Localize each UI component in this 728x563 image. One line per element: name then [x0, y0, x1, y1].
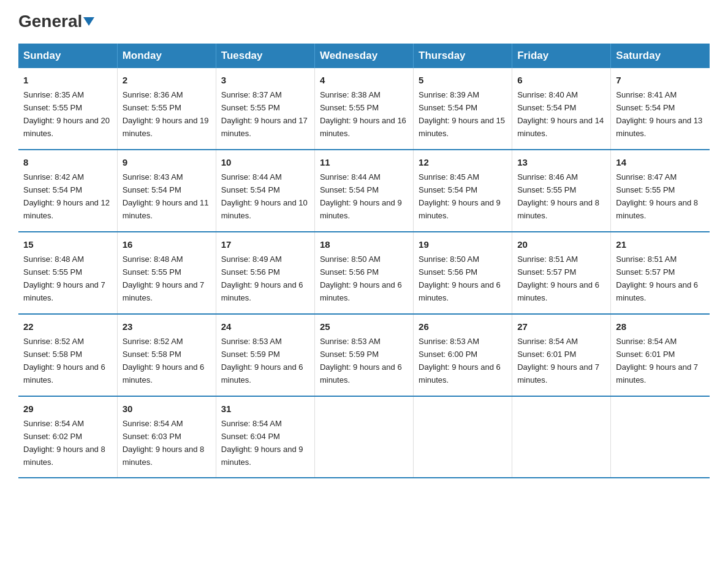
- header-thursday: Thursday: [414, 44, 512, 68]
- day-cell: 28 Sunrise: 8:54 AMSunset: 6:01 PMDaylig…: [611, 314, 710, 396]
- day-number: 21: [616, 237, 705, 251]
- header-wednesday: Wednesday: [314, 44, 413, 68]
- day-number: 13: [517, 155, 605, 169]
- day-cell: 30 Sunrise: 8:54 AMSunset: 6:03 PMDaylig…: [117, 396, 216, 478]
- day-number: 30: [123, 402, 211, 416]
- day-number: 23: [123, 320, 211, 334]
- day-cell: 29 Sunrise: 8:54 AMSunset: 6:02 PMDaylig…: [18, 396, 117, 478]
- day-cell: 16 Sunrise: 8:48 AMSunset: 5:55 PMDaylig…: [117, 232, 216, 314]
- day-number: 9: [123, 155, 211, 169]
- day-info: Sunrise: 8:44 AMSunset: 5:54 PMDaylight:…: [320, 172, 402, 220]
- day-cell: 18 Sunrise: 8:50 AMSunset: 5:56 PMDaylig…: [314, 232, 413, 314]
- day-cell: 22 Sunrise: 8:52 AMSunset: 5:58 PMDaylig…: [18, 314, 117, 396]
- day-info: Sunrise: 8:44 AMSunset: 5:54 PMDaylight:…: [221, 172, 308, 220]
- day-cell: 15 Sunrise: 8:48 AMSunset: 5:55 PMDaylig…: [18, 232, 117, 314]
- day-number: 5: [419, 73, 507, 87]
- day-info: Sunrise: 8:42 AMSunset: 5:54 PMDaylight:…: [23, 172, 110, 220]
- day-info: Sunrise: 8:52 AMSunset: 5:58 PMDaylight:…: [123, 337, 205, 385]
- day-number: 7: [616, 73, 705, 87]
- logo: General: [18, 12, 94, 31]
- day-info: Sunrise: 8:47 AMSunset: 5:55 PMDaylight:…: [616, 172, 698, 220]
- day-cell: 31 Sunrise: 8:54 AMSunset: 6:04 PMDaylig…: [216, 396, 314, 478]
- day-cell: 1 Sunrise: 8:35 AMSunset: 5:55 PMDayligh…: [18, 68, 117, 150]
- day-cell: 2 Sunrise: 8:36 AMSunset: 5:55 PMDayligh…: [117, 68, 216, 150]
- day-number: 16: [123, 237, 211, 251]
- day-number: 1: [23, 73, 112, 87]
- day-number: 4: [320, 73, 408, 87]
- header-tuesday: Tuesday: [216, 44, 314, 68]
- header-monday: Monday: [117, 44, 216, 68]
- day-info: Sunrise: 8:54 AMSunset: 6:03 PMDaylight:…: [123, 419, 205, 467]
- day-cell: 21 Sunrise: 8:51 AMSunset: 5:57 PMDaylig…: [611, 232, 710, 314]
- day-info: Sunrise: 8:38 AMSunset: 5:55 PMDaylight:…: [320, 90, 406, 138]
- calendar-table: SundayMondayTuesdayWednesdayThursdayFrid…: [18, 44, 710, 479]
- day-info: Sunrise: 8:53 AMSunset: 5:59 PMDaylight:…: [320, 337, 402, 385]
- day-cell: 7 Sunrise: 8:41 AMSunset: 5:54 PMDayligh…: [611, 68, 710, 150]
- day-info: Sunrise: 8:36 AMSunset: 5:55 PMDaylight:…: [123, 90, 209, 138]
- day-info: Sunrise: 8:54 AMSunset: 6:01 PMDaylight:…: [616, 337, 698, 385]
- header-sunday: Sunday: [18, 44, 117, 68]
- day-number: 6: [517, 73, 605, 87]
- day-number: 8: [23, 155, 112, 169]
- day-cell: 19 Sunrise: 8:50 AMSunset: 5:56 PMDaylig…: [414, 232, 512, 314]
- day-number: 22: [23, 320, 112, 334]
- week-row-4: 22 Sunrise: 8:52 AMSunset: 5:58 PMDaylig…: [18, 314, 710, 396]
- day-info: Sunrise: 8:54 AMSunset: 6:01 PMDaylight:…: [517, 337, 599, 385]
- day-number: 10: [221, 155, 309, 169]
- day-cell: 17 Sunrise: 8:49 AMSunset: 5:56 PMDaylig…: [216, 232, 314, 314]
- day-info: Sunrise: 8:37 AMSunset: 5:55 PMDaylight:…: [221, 90, 308, 138]
- day-info: Sunrise: 8:51 AMSunset: 5:57 PMDaylight:…: [517, 255, 599, 302]
- day-number: 18: [320, 237, 408, 251]
- day-info: Sunrise: 8:45 AMSunset: 5:54 PMDaylight:…: [419, 172, 501, 220]
- page-header: General: [18, 12, 710, 31]
- day-cell: 5 Sunrise: 8:39 AMSunset: 5:54 PMDayligh…: [414, 68, 512, 150]
- day-number: 25: [320, 320, 408, 334]
- day-info: Sunrise: 8:54 AMSunset: 6:02 PMDaylight:…: [23, 419, 105, 467]
- day-info: Sunrise: 8:54 AMSunset: 6:04 PMDaylight:…: [221, 419, 303, 467]
- week-row-2: 8 Sunrise: 8:42 AMSunset: 5:54 PMDayligh…: [18, 150, 710, 232]
- day-number: 29: [23, 402, 112, 416]
- day-number: 12: [419, 155, 507, 169]
- day-cell: 8 Sunrise: 8:42 AMSunset: 5:54 PMDayligh…: [18, 150, 117, 232]
- day-cell: 12 Sunrise: 8:45 AMSunset: 5:54 PMDaylig…: [414, 150, 512, 232]
- day-cell: 24 Sunrise: 8:53 AMSunset: 5:59 PMDaylig…: [216, 314, 314, 396]
- week-row-5: 29 Sunrise: 8:54 AMSunset: 6:02 PMDaylig…: [18, 396, 710, 478]
- header-friday: Friday: [512, 44, 611, 68]
- day-number: 26: [419, 320, 507, 334]
- day-info: Sunrise: 8:48 AMSunset: 5:55 PMDaylight:…: [23, 255, 105, 302]
- day-info: Sunrise: 8:50 AMSunset: 5:56 PMDaylight:…: [419, 255, 501, 302]
- day-cell: 25 Sunrise: 8:53 AMSunset: 5:59 PMDaylig…: [314, 314, 413, 396]
- day-info: Sunrise: 8:48 AMSunset: 5:55 PMDaylight:…: [123, 255, 205, 302]
- day-cell: [314, 396, 413, 478]
- day-cell: 11 Sunrise: 8:44 AMSunset: 5:54 PMDaylig…: [314, 150, 413, 232]
- day-number: 20: [517, 237, 605, 251]
- week-row-3: 15 Sunrise: 8:48 AMSunset: 5:55 PMDaylig…: [18, 232, 710, 314]
- day-number: 11: [320, 155, 408, 169]
- day-cell: 10 Sunrise: 8:44 AMSunset: 5:54 PMDaylig…: [216, 150, 314, 232]
- day-cell: 3 Sunrise: 8:37 AMSunset: 5:55 PMDayligh…: [216, 68, 314, 150]
- day-number: 17: [221, 237, 309, 251]
- day-cell: 20 Sunrise: 8:51 AMSunset: 5:57 PMDaylig…: [512, 232, 611, 314]
- day-cell: 14 Sunrise: 8:47 AMSunset: 5:55 PMDaylig…: [611, 150, 710, 232]
- day-number: 19: [419, 237, 507, 251]
- day-number: 24: [221, 320, 309, 334]
- calendar-header-row: SundayMondayTuesdayWednesdayThursdayFrid…: [18, 44, 710, 68]
- header-saturday: Saturday: [611, 44, 710, 68]
- day-number: 3: [221, 73, 309, 87]
- day-cell: 9 Sunrise: 8:43 AMSunset: 5:54 PMDayligh…: [117, 150, 216, 232]
- day-info: Sunrise: 8:40 AMSunset: 5:54 PMDaylight:…: [517, 90, 604, 138]
- week-row-1: 1 Sunrise: 8:35 AMSunset: 5:55 PMDayligh…: [18, 68, 710, 150]
- day-cell: [414, 396, 512, 478]
- day-number: 27: [517, 320, 605, 334]
- day-cell: 23 Sunrise: 8:52 AMSunset: 5:58 PMDaylig…: [117, 314, 216, 396]
- day-info: Sunrise: 8:41 AMSunset: 5:54 PMDaylight:…: [616, 90, 702, 138]
- svg-marker-0: [83, 17, 94, 26]
- day-info: Sunrise: 8:39 AMSunset: 5:54 PMDaylight:…: [419, 90, 505, 138]
- day-cell: 26 Sunrise: 8:53 AMSunset: 6:00 PMDaylig…: [414, 314, 512, 396]
- day-info: Sunrise: 8:35 AMSunset: 5:55 PMDaylight:…: [23, 90, 110, 138]
- day-info: Sunrise: 8:53 AMSunset: 5:59 PMDaylight:…: [221, 337, 303, 385]
- day-number: 14: [616, 155, 705, 169]
- day-cell: [512, 396, 611, 478]
- day-number: 2: [123, 73, 211, 87]
- day-info: Sunrise: 8:49 AMSunset: 5:56 PMDaylight:…: [221, 255, 303, 302]
